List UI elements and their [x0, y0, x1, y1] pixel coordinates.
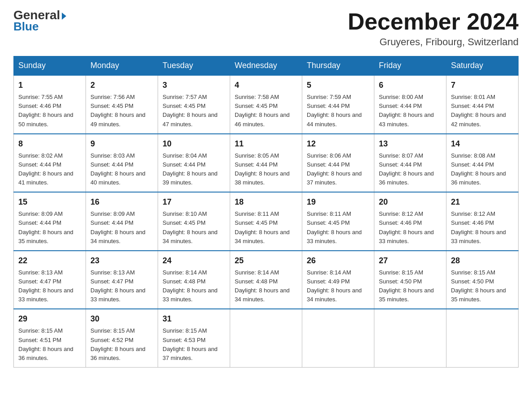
- sunset-label: Sunset: 4:44 PM: [379, 103, 422, 109]
- daylight-label: Daylight: 8 hours and 33 minutes.: [451, 229, 506, 244]
- day-info: Sunrise: 8:12 AM Sunset: 4:46 PM Dayligh…: [451, 210, 514, 246]
- daylight-label: Daylight: 8 hours and 50 minutes.: [18, 111, 73, 127]
- day-cell-11: 11 Sunrise: 8:05 AM Sunset: 4:44 PM Dayl…: [230, 134, 302, 193]
- sunrise-label: Sunrise: 8:14 AM: [235, 269, 279, 276]
- sunrise-label: Sunrise: 8:12 AM: [379, 210, 423, 217]
- daylight-label: Daylight: 8 hours and 33 minutes.: [307, 229, 362, 244]
- daylight-label: Daylight: 8 hours and 33 minutes.: [18, 287, 73, 303]
- sunrise-label: Sunrise: 8:07 AM: [379, 152, 423, 159]
- day-cell-13: 13 Sunrise: 8:07 AM Sunset: 4:44 PM Dayl…: [374, 134, 446, 193]
- sunrise-label: Sunrise: 7:59 AM: [307, 94, 351, 100]
- logo: General Blue: [13, 9, 66, 34]
- day-number: 15: [18, 196, 81, 208]
- calendar-table: SundayMondayTuesdayWednesdayThursdayFrid…: [13, 56, 519, 368]
- day-info: Sunrise: 8:10 AM Sunset: 4:45 PM Dayligh…: [163, 210, 225, 246]
- day-info: Sunrise: 8:12 AM Sunset: 4:46 PM Dayligh…: [379, 210, 442, 246]
- sunrise-label: Sunrise: 8:01 AM: [451, 94, 495, 100]
- day-info: Sunrise: 8:14 AM Sunset: 4:48 PM Dayligh…: [235, 268, 297, 304]
- sunset-label: Sunset: 4:45 PM: [163, 219, 206, 226]
- day-info: Sunrise: 8:13 AM Sunset: 4:47 PM Dayligh…: [18, 268, 81, 304]
- week-row-5: 29 Sunrise: 8:15 AM Sunset: 4:51 PM Dayl…: [14, 309, 519, 367]
- day-info: Sunrise: 8:11 AM Sunset: 4:45 PM Dayligh…: [307, 210, 369, 246]
- column-header-friday: Friday: [374, 56, 446, 76]
- day-cell-24: 24 Sunrise: 8:14 AM Sunset: 4:48 PM Dayl…: [158, 251, 230, 309]
- sunset-label: Sunset: 4:44 PM: [18, 161, 61, 168]
- day-info: Sunrise: 8:15 AM Sunset: 4:50 PM Dayligh…: [451, 268, 514, 304]
- sunset-label: Sunset: 4:46 PM: [451, 219, 494, 226]
- day-cell-28: 28 Sunrise: 8:15 AM Sunset: 4:50 PM Dayl…: [446, 251, 519, 309]
- day-number: 9: [90, 138, 153, 150]
- sunset-label: Sunset: 4:50 PM: [379, 278, 422, 285]
- sunrise-label: Sunrise: 8:09 AM: [18, 210, 63, 217]
- sunrise-label: Sunrise: 7:55 AM: [18, 94, 63, 100]
- daylight-label: Daylight: 8 hours and 42 minutes.: [451, 111, 506, 127]
- day-info: Sunrise: 8:14 AM Sunset: 4:49 PM Dayligh…: [307, 268, 369, 304]
- empty-cell: [302, 309, 374, 367]
- title-area: December 2024 Gruyeres, Fribourg, Switze…: [348, 9, 519, 48]
- day-cell-5: 5 Sunrise: 7:59 AM Sunset: 4:44 PM Dayli…: [302, 75, 374, 134]
- day-info: Sunrise: 8:01 AM Sunset: 4:44 PM Dayligh…: [451, 93, 514, 129]
- daylight-label: Daylight: 8 hours and 36 minutes.: [379, 170, 434, 186]
- week-row-2: 8 Sunrise: 8:02 AM Sunset: 4:44 PM Dayli…: [14, 134, 519, 193]
- day-info: Sunrise: 7:58 AM Sunset: 4:45 PM Dayligh…: [235, 93, 297, 129]
- column-header-wednesday: Wednesday: [230, 56, 302, 76]
- daylight-label: Daylight: 8 hours and 36 minutes.: [90, 346, 146, 361]
- sunrise-label: Sunrise: 7:57 AM: [163, 94, 207, 100]
- day-info: Sunrise: 8:04 AM Sunset: 4:44 PM Dayligh…: [163, 151, 225, 188]
- daylight-label: Daylight: 8 hours and 33 minutes.: [90, 287, 146, 303]
- column-header-saturday: Saturday: [446, 56, 519, 76]
- sunset-label: Sunset: 4:53 PM: [163, 337, 206, 343]
- sunset-label: Sunset: 4:44 PM: [18, 219, 61, 226]
- day-cell-6: 6 Sunrise: 8:00 AM Sunset: 4:44 PM Dayli…: [374, 75, 446, 134]
- sunset-label: Sunset: 4:52 PM: [90, 337, 133, 343]
- day-number: 17: [163, 196, 225, 208]
- daylight-label: Daylight: 8 hours and 35 minutes.: [18, 229, 73, 244]
- day-cell-16: 16 Sunrise: 8:09 AM Sunset: 4:44 PM Dayl…: [86, 192, 158, 251]
- day-number: 28: [451, 255, 514, 267]
- daylight-label: Daylight: 8 hours and 37 minutes.: [163, 346, 218, 361]
- day-cell-20: 20 Sunrise: 8:12 AM Sunset: 4:46 PM Dayl…: [374, 192, 446, 251]
- day-number: 10: [163, 138, 225, 150]
- sunset-label: Sunset: 4:46 PM: [18, 103, 61, 109]
- daylight-label: Daylight: 8 hours and 34 minutes.: [90, 229, 146, 244]
- day-number: 31: [163, 313, 225, 325]
- daylight-label: Daylight: 8 hours and 34 minutes.: [235, 229, 290, 244]
- day-number: 4: [235, 79, 297, 91]
- week-row-1: 1 Sunrise: 7:55 AM Sunset: 4:46 PM Dayli…: [14, 75, 519, 134]
- week-row-3: 15 Sunrise: 8:09 AM Sunset: 4:44 PM Dayl…: [14, 192, 519, 251]
- sunrise-label: Sunrise: 8:11 AM: [235, 210, 279, 217]
- sunrise-label: Sunrise: 8:02 AM: [18, 152, 63, 159]
- sunrise-label: Sunrise: 8:15 AM: [90, 327, 135, 334]
- daylight-label: Daylight: 8 hours and 34 minutes.: [235, 287, 290, 303]
- day-info: Sunrise: 8:15 AM Sunset: 4:50 PM Dayligh…: [379, 268, 442, 304]
- day-cell-17: 17 Sunrise: 8:10 AM Sunset: 4:45 PM Dayl…: [158, 192, 230, 251]
- day-number: 14: [451, 138, 514, 150]
- day-info: Sunrise: 7:56 AM Sunset: 4:45 PM Dayligh…: [90, 93, 153, 129]
- sunrise-label: Sunrise: 8:15 AM: [451, 269, 495, 276]
- day-number: 26: [307, 255, 369, 267]
- day-number: 16: [90, 196, 153, 208]
- month-title: December 2024: [348, 9, 519, 34]
- daylight-label: Daylight: 8 hours and 47 minutes.: [163, 111, 218, 127]
- day-cell-3: 3 Sunrise: 7:57 AM Sunset: 4:45 PM Dayli…: [158, 75, 230, 134]
- sunset-label: Sunset: 4:45 PM: [163, 103, 206, 109]
- calendar-header-row: SundayMondayTuesdayWednesdayThursdayFrid…: [14, 56, 519, 76]
- sunset-label: Sunset: 4:44 PM: [235, 161, 278, 168]
- day-number: 21: [451, 196, 514, 208]
- column-header-tuesday: Tuesday: [158, 56, 230, 76]
- sunset-label: Sunset: 4:50 PM: [451, 278, 494, 285]
- day-number: 1: [18, 79, 81, 91]
- sunrise-label: Sunrise: 7:56 AM: [90, 94, 135, 100]
- day-cell-9: 9 Sunrise: 8:03 AM Sunset: 4:44 PM Dayli…: [86, 134, 158, 193]
- day-info: Sunrise: 8:03 AM Sunset: 4:44 PM Dayligh…: [90, 151, 153, 188]
- day-info: Sunrise: 7:55 AM Sunset: 4:46 PM Dayligh…: [18, 93, 81, 129]
- day-info: Sunrise: 8:07 AM Sunset: 4:44 PM Dayligh…: [379, 151, 442, 188]
- sunrise-label: Sunrise: 8:09 AM: [90, 210, 135, 217]
- day-cell-21: 21 Sunrise: 8:12 AM Sunset: 4:46 PM Dayl…: [446, 192, 519, 251]
- daylight-label: Daylight: 8 hours and 33 minutes.: [163, 287, 218, 303]
- sunset-label: Sunset: 4:48 PM: [235, 278, 278, 285]
- sunset-label: Sunset: 4:44 PM: [90, 161, 133, 168]
- empty-cell: [230, 309, 302, 367]
- daylight-label: Daylight: 8 hours and 35 minutes.: [379, 287, 434, 303]
- day-info: Sunrise: 8:02 AM Sunset: 4:44 PM Dayligh…: [18, 151, 81, 188]
